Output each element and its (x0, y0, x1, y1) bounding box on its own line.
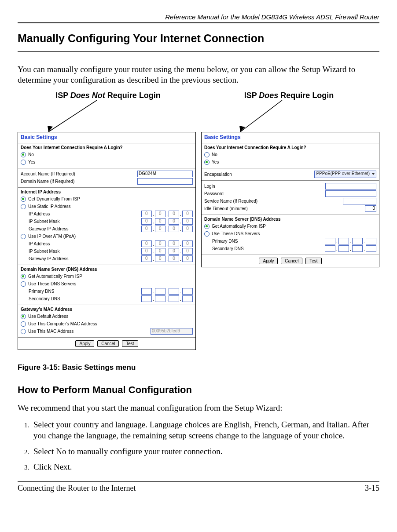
svg-line-2 (240, 100, 282, 132)
callout-row: ISP Does Not Require Login ISP Does Requ… (18, 91, 379, 100)
oct[interactable]: 0 (182, 255, 193, 262)
dot-icon: . (153, 249, 154, 254)
cancel-button-right[interactable]: Cancel (281, 258, 302, 264)
oct[interactable]: 0 (141, 240, 152, 247)
domain-name-input[interactable] (137, 178, 193, 185)
password-input[interactable] (325, 190, 376, 197)
mac-input[interactable]: 00095b2bfed9 (151, 328, 193, 335)
radio-ip-atm[interactable] (21, 234, 26, 239)
oct[interactable]: 0 (169, 211, 179, 217)
oct[interactable] (141, 295, 152, 302)
radio-dns-auto-left[interactable] (21, 274, 26, 279)
oct[interactable]: 0 (155, 226, 165, 232)
account-name-input[interactable]: DG824M (137, 171, 193, 177)
oct[interactable] (325, 238, 335, 244)
oct[interactable] (155, 295, 165, 302)
label-dns-use-right: Use These DNS Servers (212, 231, 260, 236)
radio-mac-this[interactable] (21, 329, 26, 334)
static-mask-input[interactable]: 0.0.0.0 (141, 218, 193, 225)
oct[interactable]: 0 (182, 218, 193, 225)
oct[interactable]: 0 (155, 218, 165, 225)
section-heading: How to Perform Manual Configuration (18, 384, 379, 396)
pri-dns-input-right[interactable]: ... (325, 238, 376, 244)
oct[interactable] (182, 295, 193, 302)
static-gw-input[interactable]: 0.0.0.0 (141, 226, 193, 232)
dot-icon: . (180, 226, 181, 232)
dot-icon: . (350, 239, 351, 244)
sec-dns-input-left[interactable]: ... (141, 295, 193, 302)
oct[interactable]: 0 (182, 211, 193, 217)
radio-ip-dyn[interactable] (21, 197, 26, 202)
callout-right-pre: ISP (244, 91, 259, 100)
dot-icon: . (336, 246, 338, 251)
cancel-button-left[interactable]: Cancel (97, 340, 119, 347)
oct[interactable]: 0 (155, 255, 165, 262)
dns-heading-right: Domain Name Server (DNS) Address (204, 217, 376, 222)
atm-gw-input[interactable]: 0.0.0.0 (141, 255, 193, 262)
label-no-right: No (212, 152, 217, 157)
label-ip-static: Use Static IP Address (28, 204, 71, 209)
oct[interactable]: 0 (169, 248, 179, 255)
idle-input[interactable]: 0 (365, 205, 376, 212)
radio-ip-static[interactable] (21, 204, 26, 209)
radio-dns-use-left[interactable] (21, 281, 26, 287)
oct[interactable]: 0 (182, 240, 193, 247)
radio-yes-left[interactable] (21, 160, 26, 165)
oct[interactable]: 0 (141, 211, 152, 217)
radio-no-left[interactable] (21, 152, 26, 157)
radio-dns-auto-right[interactable] (204, 224, 210, 229)
apply-button-left[interactable]: Apply (75, 340, 94, 347)
oct[interactable]: 0 (182, 248, 193, 255)
oct[interactable]: 0 (169, 255, 179, 262)
oct[interactable] (141, 288, 152, 295)
oct[interactable] (182, 288, 193, 295)
login-fields-section: Login Password Service Name (If Required… (202, 181, 379, 215)
atm-mask-input[interactable]: 0.0.0.0 (141, 248, 193, 255)
oct[interactable]: 0 (141, 255, 152, 262)
oct[interactable]: 0 (169, 240, 179, 247)
radio-mac-default[interactable] (21, 314, 26, 319)
oct[interactable]: 0 (155, 211, 165, 217)
oct[interactable] (352, 238, 363, 244)
oct[interactable] (338, 238, 349, 244)
label-atm-gw: Gateway IP Address (29, 256, 141, 261)
oct[interactable]: 0 (155, 240, 165, 247)
radio-dns-use-right[interactable] (204, 231, 210, 237)
radio-yes-right[interactable] (204, 160, 210, 165)
radio-no-right[interactable] (204, 152, 210, 157)
oct[interactable]: 0 (169, 226, 179, 232)
oct[interactable] (169, 288, 179, 295)
h2-intro: We recommend that you start the manual c… (18, 403, 379, 414)
static-ip-input[interactable]: 0.0.0.0 (141, 211, 193, 217)
sec-dns-input-right[interactable]: ... (325, 245, 376, 252)
dot-icon: . (153, 289, 154, 294)
oct[interactable]: 0 (141, 248, 152, 255)
oct[interactable]: 0 (169, 218, 179, 225)
dot-icon: . (166, 226, 168, 232)
oct[interactable] (352, 245, 363, 252)
encap-select[interactable]: PPPoE(PPP over Ethernet) (314, 171, 376, 178)
dot-icon: . (166, 211, 168, 217)
test-button-left[interactable]: Test (122, 340, 138, 347)
test-button-right[interactable]: Test (305, 258, 321, 264)
oct[interactable] (155, 288, 165, 295)
oct[interactable]: 0 (182, 226, 193, 232)
login-input[interactable] (325, 183, 376, 189)
oct[interactable]: 0 (141, 218, 152, 225)
oct[interactable]: 0 (141, 226, 152, 232)
atm-ip-input[interactable]: 0.0.0.0 (141, 240, 193, 247)
oct[interactable] (366, 245, 376, 252)
radio-mac-computer[interactable] (21, 321, 26, 327)
pri-dns-input-left[interactable]: ... (141, 288, 193, 295)
dot-icon: . (350, 246, 351, 251)
oct[interactable] (338, 245, 349, 252)
apply-button-right[interactable]: Apply (259, 258, 278, 264)
service-input[interactable] (343, 198, 376, 204)
oct[interactable] (169, 295, 179, 302)
service-label: Service Name (If Required) (204, 199, 343, 204)
label-ip-atm: Use IP Over ATM (IPoA) (28, 234, 76, 239)
oct[interactable]: 0 (155, 248, 165, 255)
oct[interactable] (366, 238, 376, 244)
oct[interactable] (325, 245, 335, 252)
callout-left-pre: ISP (55, 91, 70, 100)
